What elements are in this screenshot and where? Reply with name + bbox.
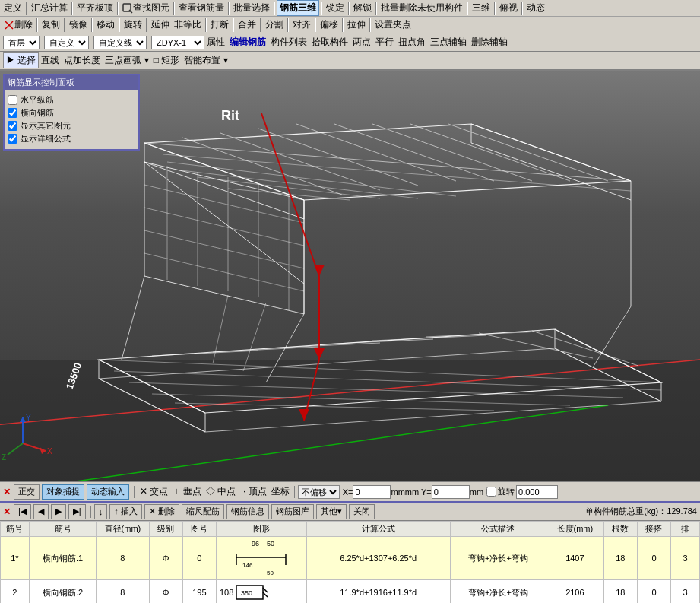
svg-text:50: 50 bbox=[267, 540, 274, 547]
btn-split[interactable]: 分割 bbox=[263, 17, 286, 32]
layer-select[interactable]: 首层 bbox=[3, 36, 40, 49]
btn-nonprop[interactable]: 非等比 bbox=[172, 17, 204, 32]
snap-perp[interactable]: ⊥ 垂点 bbox=[170, 485, 203, 498]
menu-dynamic[interactable]: 动态 bbox=[524, 1, 547, 15]
menu-top-view[interactable]: 俯视 bbox=[497, 1, 520, 15]
btn-break[interactable]: 打断 bbox=[208, 17, 231, 32]
x-input[interactable] bbox=[353, 485, 391, 499]
btn-move-down[interactable]: ↓ bbox=[94, 504, 108, 519]
btn-property[interactable]: 属性 bbox=[204, 35, 227, 49]
menu-summary[interactable]: 汇总计算 bbox=[29, 1, 70, 15]
menu-lock[interactable]: 锁定 bbox=[324, 1, 347, 15]
btn-stretch[interactable]: 拉伸 bbox=[345, 17, 368, 32]
btn-grip[interactable]: 设置夹点 bbox=[372, 17, 413, 32]
btn-smart-layout[interactable]: 智能布置 ▾ bbox=[182, 53, 230, 68]
col-num: 筋号 bbox=[1, 522, 30, 537]
btn-ortho[interactable]: 正交 bbox=[14, 484, 40, 500]
nav-next[interactable]: ▶ bbox=[51, 504, 66, 519]
y-input[interactable] bbox=[432, 485, 470, 499]
checkbox-horizontal[interactable] bbox=[8, 95, 17, 105]
svg-text:X: X bbox=[47, 447, 52, 455]
cell-drawnum-2: 195 bbox=[182, 580, 216, 604]
snap-intersect[interactable]: ✕ 交点 bbox=[138, 485, 170, 498]
checkbox-cross[interactable] bbox=[8, 108, 17, 118]
menu-rebar-3d[interactable]: 钢筋三维 bbox=[277, 0, 319, 16]
cell-count-1: 18 bbox=[603, 537, 637, 580]
menu-batch-select[interactable]: 批量选择 bbox=[231, 1, 272, 15]
btn-three-point-arc[interactable]: 三点画弧 ▾ bbox=[103, 53, 150, 68]
menu-3d[interactable]: 三维 bbox=[470, 1, 493, 15]
cell-num-2: 2 bbox=[1, 580, 30, 604]
btn-point-length[interactable]: 点加长度 bbox=[62, 53, 103, 68]
data-panel-close[interactable]: ✕ bbox=[3, 506, 11, 517]
menu-unlock[interactable]: 解锁 bbox=[351, 1, 374, 15]
nav-prev[interactable]: ◀ bbox=[33, 504, 49, 519]
coord-x-field: X= mm mm Y= mm bbox=[343, 485, 483, 499]
mode-select[interactable]: 自定义 bbox=[44, 36, 89, 49]
btn-merge[interactable]: 合并 bbox=[236, 17, 258, 32]
btn-three-point-axis[interactable]: 三点辅轴 bbox=[428, 35, 469, 49]
btn-close[interactable]: 关闭 bbox=[349, 504, 375, 519]
total-weight: 单构件钢筋总重(kg)：129.784 bbox=[585, 506, 697, 517]
btn-align[interactable]: 对齐 bbox=[290, 17, 313, 32]
rebar-table: 筋号 筋号 直径(mm) 级别 图号 图形 计算公式 公式描述 长度(mm) 根… bbox=[0, 521, 700, 603]
table-row[interactable]: 1* 横向钢筋.1 8 Φ 0 96 50 146 bbox=[1, 537, 700, 580]
menu-batch-delete[interactable]: 批量删除未使用构件 bbox=[379, 1, 465, 15]
snap-coord[interactable]: 坐标 bbox=[269, 485, 292, 498]
menu-find[interactable]: 查找图元 bbox=[120, 1, 172, 15]
btn-move[interactable]: 移动 bbox=[94, 17, 117, 32]
svg-text:50: 50 bbox=[267, 570, 274, 576]
btn-delete-axis[interactable]: 删除辅轴 bbox=[469, 35, 510, 49]
col-length: 长度(mm) bbox=[546, 522, 604, 537]
btn-component-list[interactable]: 构件列表 bbox=[268, 35, 309, 49]
btn-extend[interactable]: 延伸 bbox=[149, 17, 172, 32]
nav-first[interactable]: |◀ bbox=[14, 504, 31, 519]
btn-snap[interactable]: 对象捕捉 bbox=[42, 484, 84, 500]
cell-overlap-2: 0 bbox=[637, 580, 670, 604]
btn-delete[interactable]: 删除 bbox=[2, 17, 35, 32]
snap-mid[interactable]: ◇ 中点 bbox=[204, 485, 238, 498]
svg-text:350: 350 bbox=[241, 589, 252, 597]
btn-two-point[interactable]: 两点 bbox=[350, 35, 373, 49]
label-show-other: 显示其它图元 bbox=[21, 120, 71, 132]
menu-align-top[interactable]: 平齐板顶 bbox=[74, 1, 116, 15]
btn-insert-above[interactable]: ↑ 插入 bbox=[109, 504, 142, 519]
btn-other[interactable]: 其他▾ bbox=[316, 504, 347, 519]
menu-view-rebar[interactable]: 查看钢筋量 bbox=[176, 1, 226, 15]
btn-copy[interactable]: 复制 bbox=[40, 17, 62, 32]
checkbox-show-detail[interactable] bbox=[8, 134, 17, 144]
nav-last[interactable]: ▶| bbox=[68, 504, 86, 519]
checkbox-show-other[interactable] bbox=[8, 121, 17, 131]
table-row[interactable]: 2 横向钢筋.2 8 Φ 195 108 350 bbox=[1, 580, 700, 604]
menu-define[interactable]: 定义 bbox=[2, 1, 24, 15]
linename-select[interactable]: ZDYX-1 bbox=[151, 36, 204, 49]
btn-parallel[interactable]: 平行 bbox=[373, 35, 396, 49]
linetype-select[interactable]: 自定义线 bbox=[93, 36, 147, 49]
btn-rebar-lib[interactable]: 钢筋图库 bbox=[271, 504, 314, 519]
snap-vertex[interactable]: · 顶点 bbox=[241, 485, 269, 498]
cell-drawnum-1: 0 bbox=[182, 537, 216, 580]
svg-line-85 bbox=[263, 592, 268, 597]
btn-rectangle[interactable]: □ 矩形 bbox=[151, 53, 182, 68]
btn-delete-row[interactable]: ✕ 删除 bbox=[144, 504, 179, 519]
col-count: 根数 bbox=[603, 522, 637, 537]
btn-line[interactable]: 直线 bbox=[39, 53, 62, 68]
label-show-detail: 显示详细公式 bbox=[21, 133, 71, 144]
data-panel: ✕ |◀ ◀ ▶ ▶| ↓ ↑ 插入 ✕ 删除 缩尺配筋 钢筋信息 钢筋图库 其… bbox=[0, 501, 700, 603]
toolbar-row-1: 定义 汇总计算 平齐板顶 查找图元 查看钢筋量 批量选择 钢筋三维 锁定 解锁 … bbox=[0, 0, 700, 17]
btn-select[interactable]: ▶ 选择 bbox=[3, 52, 39, 68]
rotate-input[interactable] bbox=[516, 485, 558, 499]
btn-twist-angle[interactable]: 扭点角 bbox=[396, 35, 428, 49]
btn-mirror[interactable]: 镜像 bbox=[67, 17, 90, 32]
btn-rebar-info[interactable]: 钢筋信息 bbox=[226, 504, 269, 519]
btn-edit-rebar[interactable]: 编辑钢筋 bbox=[227, 35, 268, 49]
btn-rotate[interactable]: 旋转 bbox=[122, 17, 144, 32]
btn-offset[interactable]: 偏移 bbox=[318, 17, 340, 32]
x-label: X= bbox=[343, 487, 353, 497]
btn-dynamic-input[interactable]: 动态输入 bbox=[87, 484, 129, 500]
btn-scale-rebar[interactable]: 缩尺配筋 bbox=[182, 504, 224, 519]
btn-pick-component[interactable]: 拾取构件 bbox=[309, 35, 350, 49]
rotate-checkbox[interactable] bbox=[486, 487, 496, 497]
move-mode-select[interactable]: 不偏移 bbox=[298, 485, 340, 499]
close-button[interactable]: ✕ bbox=[3, 487, 11, 497]
